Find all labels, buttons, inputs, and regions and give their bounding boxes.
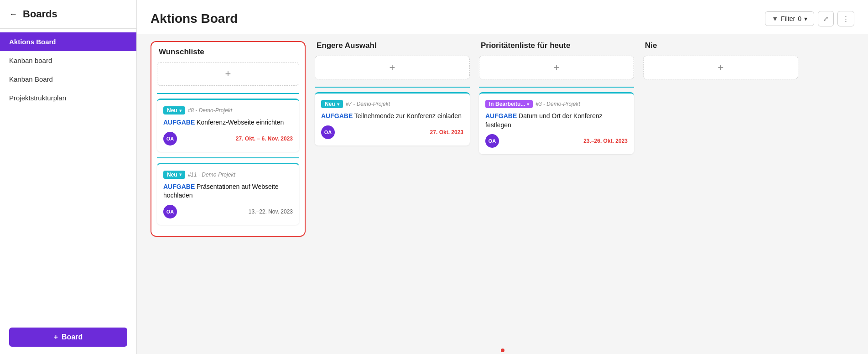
column-wunschliste: Wunschliste+Neu ▾#8 - Demo-ProjektAUFGAB…: [151, 41, 306, 237]
card-title-card-7: AUFGABE Teilnehmende zur Konferenz einla…: [321, 112, 463, 121]
back-button[interactable]: ←: [9, 10, 17, 19]
badge-dropdown-card-8: ▾: [179, 108, 182, 113]
add-task-button-wunschliste[interactable]: +: [157, 62, 299, 86]
column-nie: Nie+: [643, 41, 798, 85]
task-label-card-7: AUFGABE: [321, 112, 353, 120]
sidebar: ← Boards Aktions BoardKanban boardKanban…: [0, 0, 137, 354]
scroll-dot: [501, 349, 504, 352]
task-label-card-8: AUFGABE: [163, 119, 195, 126]
column-prioritaetenliste: Prioritätenliste für heute+In Bearbeitu.…: [479, 41, 634, 160]
card-footer-card-7: OA27. Okt. 2023: [321, 125, 463, 139]
add-task-button-prioritaetenliste[interactable]: +: [479, 56, 634, 79]
add-board-button[interactable]: + Board: [9, 328, 127, 347]
sidebar-header: ← Boards: [0, 0, 136, 29]
main-content: Aktions Board ▼ Filter 0 ▾ ⤢ ⋮ Wunschlis…: [137, 0, 868, 354]
badge-dropdown-card-3: ▾: [527, 102, 529, 107]
card-number-card-3: #3 - Demo-Projekt: [535, 101, 580, 107]
card-meta-card-3: In Bearbeitu... ▾#3 - Demo-Projekt: [485, 100, 628, 108]
task-label-card-3: AUFGABE: [485, 112, 517, 120]
card-date-card-3: 23.–26. Okt. 2023: [583, 138, 628, 144]
card-footer-card-8: OA27. Okt. – 6. Nov. 2023: [163, 132, 293, 146]
card-divider-card-11: [157, 157, 299, 158]
main-header: Aktions Board ▼ Filter 0 ▾ ⤢ ⋮: [137, 0, 868, 34]
card-number-card-11: #11 - Demo-Projekt: [188, 172, 235, 178]
filter-icon: ▼: [772, 15, 778, 22]
sidebar-item-kanban-board-upper[interactable]: Kanban Board: [0, 70, 136, 88]
column-title-engere-auswahl: Engere Auswahl: [315, 41, 470, 50]
card-divider-card-8: [157, 93, 299, 94]
filter-dropdown-icon: ▾: [804, 15, 807, 22]
avatar-card-11: OA: [163, 205, 177, 219]
card-card-7[interactable]: Neu ▾#7 - Demo-ProjektAUFGABE Teilnehmen…: [315, 92, 470, 146]
page-title: Aktions Board: [151, 11, 238, 26]
header-controls: ▼ Filter 0 ▾ ⤢ ⋮: [765, 11, 854, 26]
sidebar-nav: Aktions BoardKanban boardKanban BoardPro…: [0, 29, 136, 320]
card-footer-card-3: OA23.–26. Okt. 2023: [485, 134, 628, 148]
card-number-card-8: #8 - Demo-Projekt: [188, 107, 232, 114]
sidebar-footer: + Board: [0, 320, 136, 354]
status-badge-card-3[interactable]: In Bearbeitu... ▾: [485, 100, 533, 108]
filter-label: Filter: [781, 15, 795, 22]
card-divider-card-7: [315, 87, 470, 88]
avatar-card-3: OA: [485, 134, 499, 148]
card-divider-card-3: [479, 87, 634, 88]
status-badge-card-8[interactable]: Neu ▾: [163, 106, 185, 115]
badge-dropdown-card-11: ▾: [179, 172, 182, 177]
column-title-wunschliste: Wunschliste: [157, 47, 299, 57]
card-meta-card-8: Neu ▾#8 - Demo-Projekt: [163, 106, 293, 115]
sidebar-item-projektstrukturplan[interactable]: Projektstrukturplan: [0, 88, 136, 107]
column-engere-auswahl: Engere Auswahl+Neu ▾#7 - Demo-ProjektAUF…: [315, 41, 470, 151]
card-date-card-8: 27. Okt. – 6. Nov. 2023: [236, 135, 293, 142]
card-card-3[interactable]: In Bearbeitu... ▾#3 - Demo-ProjektAUFGAB…: [479, 92, 634, 154]
card-card-8[interactable]: Neu ▾#8 - Demo-ProjektAUFGABE Konferenz-…: [157, 99, 299, 152]
sidebar-title: Boards: [23, 8, 57, 20]
avatar-card-7: OA: [321, 125, 335, 139]
column-inner-wunschliste: Wunschliste+Neu ▾#8 - Demo-ProjektAUFGAB…: [151, 41, 306, 237]
card-meta-card-7: Neu ▾#7 - Demo-Projekt: [321, 100, 463, 108]
badge-dropdown-card-7: ▾: [337, 102, 339, 107]
more-options-button[interactable]: ⋮: [837, 11, 854, 26]
filter-button[interactable]: ▼ Filter 0 ▾: [765, 11, 814, 26]
add-task-button-nie[interactable]: +: [643, 56, 798, 79]
sidebar-item-kanban-board-lower[interactable]: Kanban board: [0, 51, 136, 70]
expand-icon: ⤢: [823, 15, 829, 22]
card-title-card-3: AUFGABE Datum und Ort der Konferenz fest…: [485, 112, 628, 130]
card-footer-card-11: OA13.–22. Nov. 2023: [163, 205, 293, 219]
expand-button[interactable]: ⤢: [818, 11, 834, 26]
sidebar-item-aktions-board[interactable]: Aktions Board: [0, 32, 136, 51]
card-title-card-8: AUFGABE Konferenz-Webseite einrichten: [163, 118, 293, 127]
avatar-card-8: OA: [163, 132, 177, 146]
task-label-card-11: AUFGABE: [163, 183, 195, 190]
add-board-label: Board: [62, 333, 83, 341]
card-meta-card-11: Neu ▾#11 - Demo-Projekt: [163, 171, 293, 179]
add-task-button-engere-auswahl[interactable]: +: [315, 56, 470, 79]
card-number-card-7: #7 - Demo-Projekt: [346, 101, 390, 107]
plus-icon: +: [54, 333, 58, 341]
scroll-indicator: [137, 345, 868, 354]
card-title-card-11: AUFGABE Präsentationen auf Webseite hoch…: [163, 182, 293, 200]
board-area: Wunschliste+Neu ▾#8 - Demo-ProjektAUFGAB…: [137, 34, 868, 345]
card-date-card-7: 27. Okt. 2023: [430, 129, 463, 135]
card-card-11[interactable]: Neu ▾#11 - Demo-ProjektAUFGABE Präsentat…: [157, 163, 299, 225]
column-title-prioritaetenliste: Prioritätenliste für heute: [479, 41, 634, 50]
status-badge-card-11[interactable]: Neu ▾: [163, 171, 185, 179]
column-title-nie: Nie: [643, 41, 798, 50]
card-date-card-11: 13.–22. Nov. 2023: [249, 208, 293, 215]
filter-count: 0: [798, 15, 801, 22]
more-icon: ⋮: [842, 15, 849, 22]
status-badge-card-7[interactable]: Neu ▾: [321, 100, 343, 108]
